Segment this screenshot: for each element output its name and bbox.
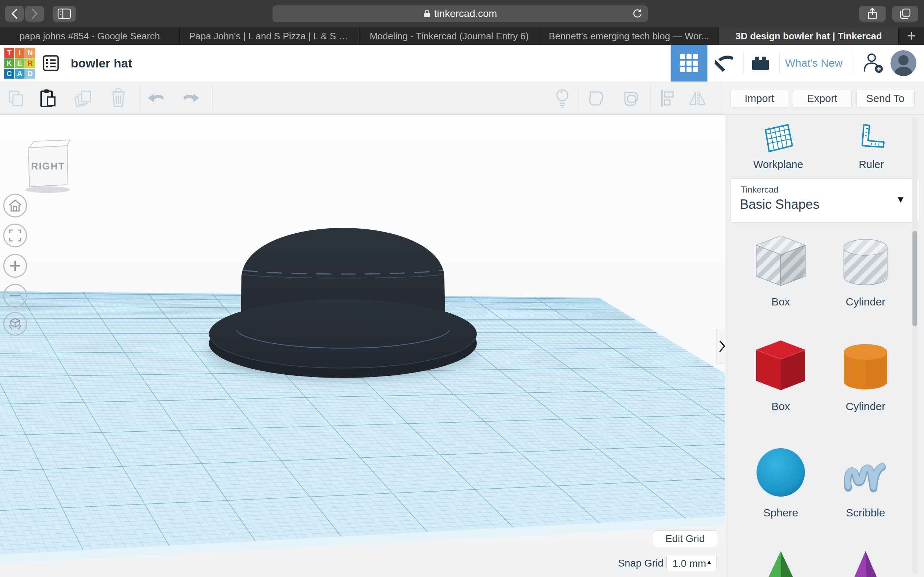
grid-apps-icon — [679, 53, 699, 73]
box-hole-thumbnail — [748, 231, 813, 292]
logo-tile: C — [4, 69, 14, 79]
paste-icon — [38, 89, 57, 108]
hole-mode-button[interactable] — [622, 89, 640, 108]
tabs-overview-icon — [900, 8, 911, 19]
tab-title: Modeling - Tinkercad (Journal Entry 6) — [360, 31, 538, 42]
forward-button[interactable] — [25, 6, 44, 22]
tab-title: Bennett's emerging tech blog — Wor... — [540, 31, 719, 42]
view-cube[interactable]: RIGHT — [22, 138, 74, 195]
panel-collapse-button[interactable] — [716, 329, 725, 364]
send-to-button[interactable]: Send To — [856, 89, 914, 108]
export-button[interactable]: Export — [793, 89, 852, 108]
home-view-button[interactable] — [3, 193, 27, 218]
tinkercad-toolbar: Import Export Send To — [0, 82, 924, 115]
perspective-cube-icon — [8, 316, 23, 331]
browser-tab-bowler-hat-active[interactable]: 3D design bowler hat | Tinkercad — [719, 27, 899, 45]
tinkercad-header: T I N K E R C A D bowler hat — [0, 45, 924, 82]
shape-label: Sphere — [743, 507, 819, 519]
hole-shape-icon — [622, 89, 640, 108]
shape-box-red[interactable]: Box — [743, 335, 819, 413]
delete-button[interactable] — [109, 89, 128, 108]
chevron-right-icon — [30, 8, 39, 19]
browser-tab-papa-johns[interactable]: Papa John's | L and S Pizza | L & S Pizz… — [180, 27, 360, 45]
shapes-panel: Workplane Ruler Tinkercad Basic Shapes ▼ — [725, 115, 924, 577]
logo-tile: I — [15, 48, 24, 58]
toolbar-divider — [721, 85, 721, 111]
toolbar-divider — [139, 85, 139, 111]
lego-button[interactable] — [749, 45, 772, 82]
zoom-out-button[interactable] — [3, 284, 27, 308]
pyramid-green-thumbnail — [748, 549, 813, 577]
tinkercad-logo[interactable]: T I N K E R C A D — [4, 48, 35, 79]
fit-view-button[interactable] — [3, 224, 27, 247]
shape-label: Box — [743, 400, 819, 413]
shape-label: Scribble — [828, 507, 903, 519]
solid-mode-button[interactable] — [587, 89, 606, 108]
url-text: tinkercad.com — [434, 8, 497, 19]
shape-pyramid-green-partial[interactable] — [743, 549, 819, 577]
shape-label: Cylinder — [828, 296, 903, 308]
invite-button[interactable] — [861, 45, 887, 82]
light-toggle-button[interactable] — [553, 89, 572, 108]
design-menu-button[interactable] — [43, 55, 59, 71]
workplane-tool[interactable]: Workplane — [740, 122, 816, 171]
reload-button[interactable] — [632, 8, 643, 22]
header-divider — [779, 52, 780, 74]
logo-tile: T — [4, 48, 14, 58]
mirror-button[interactable] — [688, 89, 707, 108]
shape-cone-purple-partial[interactable] — [828, 549, 903, 577]
shape-label: Cylinder — [828, 400, 903, 413]
shape-box-hole[interactable]: Box — [743, 231, 819, 308]
whats-new-link[interactable]: What's New — [785, 45, 842, 82]
avatar[interactable] — [890, 50, 916, 76]
sidebar-toggle-button[interactable] — [53, 6, 76, 22]
tab-title: Papa John's | L and S Pizza | L & S Pizz… — [180, 31, 359, 42]
shape-cylinder-orange[interactable]: Cylinder — [828, 335, 903, 413]
ruler-icon — [855, 122, 888, 154]
align-button[interactable] — [658, 89, 677, 108]
paste-button[interactable] — [38, 89, 57, 108]
redo-icon — [181, 90, 200, 106]
lock-icon — [423, 9, 431, 18]
redo-button[interactable] — [181, 89, 200, 108]
list-menu-icon — [43, 55, 59, 71]
minecraft-button[interactable] — [713, 45, 737, 82]
panel-scrollbar-track[interactable] — [912, 118, 918, 574]
add-user-icon — [862, 52, 885, 74]
category-selected: Basic Shapes — [740, 197, 819, 212]
panel-scrollbar-thumb[interactable] — [913, 231, 917, 326]
shape-cylinder-hole[interactable]: Cylinder — [828, 231, 903, 308]
import-button[interactable]: Import — [730, 89, 788, 108]
chevron-left-icon — [10, 8, 19, 19]
zoom-in-button[interactable] — [3, 254, 27, 278]
logo-tile: D — [25, 69, 35, 79]
shape-scribble[interactable]: Scribble — [828, 442, 903, 519]
bowler-hat-model[interactable] — [209, 228, 477, 378]
workplane-scene[interactable] — [0, 115, 725, 577]
tab-overview-button[interactable] — [892, 6, 918, 22]
edit-grid-button[interactable]: Edit Grid — [653, 530, 717, 547]
browser-tab-google-search[interactable]: papa johns #854 - Google Search — [0, 27, 180, 45]
3d-viewport[interactable]: RIGHT — [0, 115, 725, 577]
share-button[interactable] — [859, 6, 886, 22]
shape-sphere[interactable]: Sphere — [743, 442, 819, 519]
url-bar[interactable]: tinkercad.com — [273, 5, 648, 22]
duplicate-button[interactable] — [74, 89, 92, 108]
apps-grid-button[interactable] — [670, 45, 708, 82]
header-divider — [852, 52, 852, 74]
scribble-thumbnail — [833, 442, 898, 503]
snap-grid-select[interactable]: 1.0 mm ▲ — [666, 554, 717, 571]
copy-button[interactable] — [6, 89, 25, 108]
browser-tab-modeling-journal[interactable]: Modeling - Tinkercad (Journal Entry 6) — [360, 27, 539, 45]
new-tab-button[interactable]: + — [899, 27, 924, 45]
back-button[interactable] — [5, 6, 24, 22]
mirror-icon — [688, 89, 707, 108]
shape-category-dropdown[interactable]: Tinkercad Basic Shapes ▼ — [730, 179, 919, 222]
design-title: bowler hat — [71, 45, 132, 82]
undo-button[interactable] — [147, 89, 166, 108]
browser-tab-tech-blog[interactable]: Bennett's emerging tech blog — Wor... — [539, 27, 719, 45]
ruler-tool[interactable]: Ruler — [834, 122, 909, 171]
perspective-toggle-button[interactable] — [3, 312, 27, 336]
ruler-label: Ruler — [834, 159, 909, 171]
reload-icon — [632, 8, 643, 19]
